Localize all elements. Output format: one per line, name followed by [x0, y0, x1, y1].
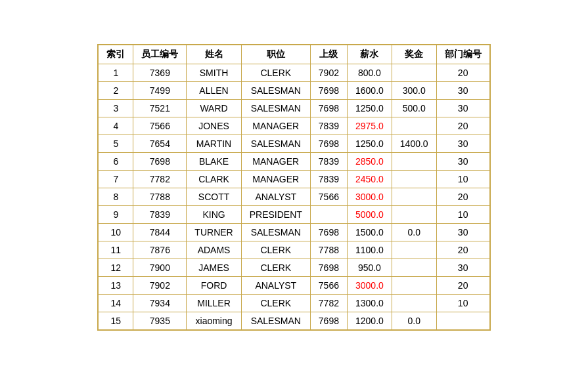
- table-cell: 20: [436, 188, 490, 205]
- table-cell: ADAMS: [187, 241, 241, 259]
- table-cell: 7698: [133, 152, 187, 170]
- table-cell: 2: [98, 81, 133, 99]
- table-cell: 300.0: [392, 81, 436, 99]
- table-cell: 3: [98, 99, 133, 117]
- table-cell: 1500.0: [347, 223, 392, 241]
- column-header: 姓名: [187, 45, 241, 64]
- table-row: 67698BLAKEMANAGER78392850.030: [98, 152, 489, 170]
- table-cell: 10: [436, 170, 490, 188]
- table-cell: CLERK: [241, 294, 310, 312]
- table-cell: CLERK: [241, 64, 310, 81]
- table-cell: 30: [436, 81, 490, 99]
- table-cell: SALESMAN: [241, 135, 310, 152]
- table-cell: 1400.0: [392, 135, 436, 152]
- table-cell: [392, 294, 436, 312]
- table-cell: 0.0: [392, 312, 436, 330]
- table-cell: 30: [436, 135, 490, 152]
- table-cell: 30: [436, 99, 490, 117]
- table-cell: CLERK: [241, 241, 310, 259]
- table-cell: 12: [98, 259, 133, 276]
- table-cell: MILLER: [187, 294, 241, 312]
- table-cell: [436, 312, 490, 330]
- table-row: 137902FORDANALYST75663000.020: [98, 276, 489, 294]
- table-row: 27499ALLENSALESMAN76981600.0300.030: [98, 81, 489, 99]
- table-cell: 3000.0: [347, 188, 392, 205]
- table-cell: 7844: [133, 223, 187, 241]
- table-row: 147934MILLERCLERK77821300.010: [98, 294, 489, 312]
- table-cell: JONES: [187, 117, 241, 135]
- table-cell: SALESMAN: [241, 223, 310, 241]
- table-cell: MANAGER: [241, 170, 310, 188]
- column-header: 奖金: [392, 45, 436, 64]
- table-cell: 9: [98, 205, 133, 223]
- table-cell: 7902: [133, 276, 187, 294]
- table-cell: 20: [436, 117, 490, 135]
- table-cell: [392, 152, 436, 170]
- table-cell: JAMES: [187, 259, 241, 276]
- column-header: 职位: [241, 45, 310, 64]
- table-cell: 14: [98, 294, 133, 312]
- table-cell: 2850.0: [347, 152, 392, 170]
- table-cell: 2975.0: [347, 117, 392, 135]
- table-cell: 30: [436, 152, 490, 170]
- table-cell: 1: [98, 64, 133, 81]
- table-cell: 1600.0: [347, 81, 392, 99]
- table-cell: BLAKE: [187, 152, 241, 170]
- table-cell: ANALYST: [241, 276, 310, 294]
- table-cell: 20: [436, 276, 490, 294]
- column-header: 薪水: [347, 45, 392, 64]
- employee-table: 索引员工编号姓名职位上级薪水奖金部门编号 17369SMITHCLERK7902…: [97, 44, 490, 331]
- table-cell: xiaoming: [187, 312, 241, 330]
- column-header: 上级: [310, 45, 347, 64]
- table-cell: 7369: [133, 64, 187, 81]
- table-cell: 20: [436, 241, 490, 259]
- table-cell: MANAGER: [241, 117, 310, 135]
- table-cell: 7: [98, 170, 133, 188]
- table-cell: 1200.0: [347, 312, 392, 330]
- table-row: 87788SCOTTANALYST75663000.020: [98, 188, 489, 205]
- table-row: 127900JAMESCLERK7698950.030: [98, 259, 489, 276]
- table-cell: PRESIDENT: [241, 205, 310, 223]
- table-cell: 7839: [310, 117, 347, 135]
- table-cell: WARD: [187, 99, 241, 117]
- table-header-row: 索引员工编号姓名职位上级薪水奖金部门编号: [98, 45, 489, 64]
- table-cell: 10: [98, 223, 133, 241]
- table-cell: 7499: [133, 81, 187, 99]
- table-cell: CLARK: [187, 170, 241, 188]
- table-cell: 7839: [133, 205, 187, 223]
- table-cell: 0.0: [392, 223, 436, 241]
- table-cell: 7698: [310, 135, 347, 152]
- table-cell: [392, 276, 436, 294]
- table-cell: 7566: [310, 276, 347, 294]
- table-cell: FORD: [187, 276, 241, 294]
- table-cell: ANALYST: [241, 188, 310, 205]
- table-cell: 7521: [133, 99, 187, 117]
- table-cell: 7876: [133, 241, 187, 259]
- table-row: 57654MARTINSALESMAN76981250.01400.030: [98, 135, 489, 152]
- table-cell: 500.0: [392, 99, 436, 117]
- table-row: 77782CLARKMANAGER78392450.010: [98, 170, 489, 188]
- table-cell: 10: [436, 294, 490, 312]
- table-cell: 7788: [310, 241, 347, 259]
- table-cell: 2450.0: [347, 170, 392, 188]
- table-cell: [392, 64, 436, 81]
- table-cell: 7698: [310, 223, 347, 241]
- column-header: 部门编号: [436, 45, 490, 64]
- table-cell: 7902: [310, 64, 347, 81]
- table-cell: MARTIN: [187, 135, 241, 152]
- table-cell: 11: [98, 241, 133, 259]
- table-cell: 7566: [133, 117, 187, 135]
- table-cell: 7839: [310, 170, 347, 188]
- table-cell: 7698: [310, 81, 347, 99]
- table-cell: [392, 188, 436, 205]
- table-row: 47566JONESMANAGER78392975.020: [98, 117, 489, 135]
- table-cell: 950.0: [347, 259, 392, 276]
- table-cell: 1100.0: [347, 241, 392, 259]
- table-cell: 7698: [310, 259, 347, 276]
- table-cell: 4: [98, 117, 133, 135]
- table-row: 107844TURNERSALESMAN76981500.00.030: [98, 223, 489, 241]
- table-cell: 15: [98, 312, 133, 330]
- table-cell: SALESMAN: [241, 99, 310, 117]
- table-cell: 7698: [310, 99, 347, 117]
- table-row: 97839KINGPRESIDENT5000.010: [98, 205, 489, 223]
